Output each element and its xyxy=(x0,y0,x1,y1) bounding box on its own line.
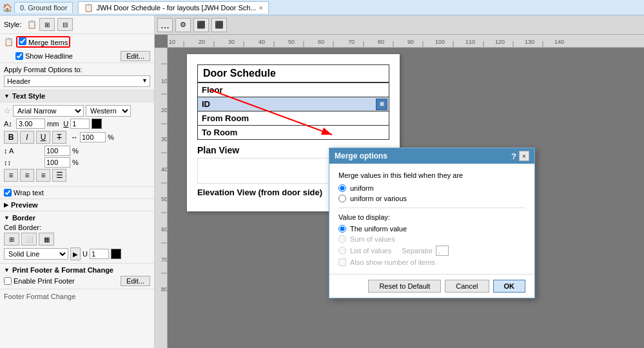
enable-print-footer-label[interactable]: Enable Print Footer xyxy=(4,277,75,285)
ok-btn[interactable]: OK xyxy=(493,280,526,293)
pct-spacing-label: % xyxy=(72,159,79,166)
radio-uniform[interactable] xyxy=(338,184,346,192)
footer-edit-btn[interactable]: Edit... xyxy=(121,276,150,286)
dialog-help-btn[interactable]: ? xyxy=(511,151,516,161)
radio-sum[interactable] xyxy=(338,235,346,243)
svg-text:120: 120 xyxy=(495,39,505,45)
border-outer-btn[interactable]: ⬜ xyxy=(21,233,37,246)
svg-text:30: 30 xyxy=(161,136,168,142)
scale-v-input[interactable] xyxy=(44,146,70,156)
underline-spinner[interactable] xyxy=(70,119,90,129)
scale-h-input[interactable] xyxy=(80,132,106,142)
border-underline-label: U xyxy=(83,250,88,258)
svg-text:80: 80 xyxy=(161,286,168,293)
size-icon: A↕ xyxy=(4,120,14,128)
radio-uniform-label: uniform xyxy=(350,184,374,192)
font-size-input[interactable] xyxy=(16,119,45,129)
table-row-from: From Room xyxy=(198,111,389,126)
svg-text:50: 50 xyxy=(288,39,295,45)
layout-btn2[interactable]: ⬛ xyxy=(211,18,227,32)
svg-text:10: 10 xyxy=(161,78,168,84)
font-name-select[interactable]: Arial Narrow xyxy=(13,105,84,117)
merge-icon: 📋 xyxy=(4,37,14,46)
tab-close-btn[interactable]: × xyxy=(259,4,263,12)
dialog-close-btn[interactable]: × xyxy=(519,151,529,161)
separator-input[interactable] xyxy=(436,246,449,256)
value-display-title: Value to display: xyxy=(338,213,525,221)
justify-btn[interactable]: ☰ xyxy=(52,169,66,182)
canvas-area: 10 20 30 40 50 60 70 80 xyxy=(155,35,644,348)
border-all-btn[interactable]: ▦ xyxy=(39,233,54,246)
show-headline-checkbox[interactable] xyxy=(15,52,23,60)
grid-view-btn[interactable]: ⊞ xyxy=(39,18,55,31)
wrap-text-label[interactable]: Wrap text xyxy=(4,189,44,197)
headline-edit-btn[interactable]: Edit... xyxy=(121,51,150,61)
cancel-btn[interactable]: Cancel xyxy=(445,280,489,293)
underline-btn[interactable]: U xyxy=(36,131,50,144)
schedule-table: Floor ID ⊞ From Room xyxy=(197,82,389,140)
cell-border-label: Cell Border: xyxy=(4,224,150,231)
merge-items-label[interactable]: Merge Items xyxy=(16,36,70,48)
layout-btn1[interactable]: ⬛ xyxy=(193,18,209,32)
more-options-btn[interactable]: ... xyxy=(157,18,173,32)
wrap-text-checkbox[interactable] xyxy=(4,189,12,197)
svg-text:60: 60 xyxy=(161,226,168,233)
scale-h-icon: ↔ xyxy=(71,133,78,141)
strikethrough-btn[interactable]: T xyxy=(52,131,66,144)
also-show-checkbox[interactable] xyxy=(338,258,346,266)
align-left-btn[interactable]: ≡ xyxy=(4,169,18,182)
radio-list[interactable] xyxy=(338,247,346,255)
scale-v-icon: ↕ A xyxy=(4,147,43,155)
dialog-title-bar: Merge options ? × xyxy=(329,148,534,164)
scale-spacing-input[interactable] xyxy=(44,157,70,168)
svg-text:20: 20 xyxy=(161,107,168,113)
text-style-header[interactable]: ▼ Text Style xyxy=(0,90,154,102)
scale-spacing-row: ↕↕ % xyxy=(4,157,150,168)
merge-items-checkbox[interactable] xyxy=(19,37,26,45)
preview-header[interactable]: ▶ Preview xyxy=(4,201,150,209)
schedule-tab[interactable]: 📋 JWH Door Schedule - for layouts [JWH D… xyxy=(78,1,269,14)
border-arrow-btn[interactable]: ▶ xyxy=(70,247,81,260)
dialog-title-icons: ? × xyxy=(511,151,529,161)
bold-btn[interactable]: B xyxy=(4,131,18,144)
canvas-toolbar: ... ⚙ ⬛ ⬛ xyxy=(155,15,644,35)
svg-text:10: 10 xyxy=(169,39,175,45)
size-row: A↕ mm U xyxy=(4,119,150,129)
svg-text:20: 20 xyxy=(199,39,205,45)
enable-print-footer-checkbox[interactable] xyxy=(4,277,12,285)
border-inner-btn[interactable]: ⊞ xyxy=(4,233,19,246)
align-right-btn[interactable]: ≡ xyxy=(36,169,50,182)
floor-tab[interactable]: 0. Ground floor xyxy=(14,2,73,13)
star-icon: ☆ xyxy=(4,106,11,115)
show-headline-label[interactable]: Show Headline xyxy=(15,52,73,60)
radio-uniform-or-various[interactable] xyxy=(338,195,346,202)
pct-label: % xyxy=(108,133,114,141)
align-center-btn[interactable]: ≡ xyxy=(20,169,34,182)
border-color-picker[interactable] xyxy=(111,249,121,259)
svg-text:90: 90 xyxy=(407,39,414,45)
font-region-select[interactable]: Western xyxy=(86,105,131,117)
reset-default-btn[interactable]: Reset to Default xyxy=(368,280,441,293)
border-line-select[interactable]: Solid Line xyxy=(4,248,68,260)
border-buttons: ⊞ ⬜ ▦ xyxy=(4,233,150,246)
svg-text:40: 40 xyxy=(161,166,168,173)
svg-text:130: 130 xyxy=(525,39,534,45)
apply-format-section: Apply Format Options to: Header Body Foo… xyxy=(0,63,154,90)
footer-section-header[interactable]: ▼ Print Footer & Format Change xyxy=(4,266,150,274)
underline-label: U xyxy=(63,120,68,128)
ruler-canvas-row: 10 20 30 40 50 60 70 80 xyxy=(155,48,644,348)
apply-format-dropdown[interactable]: Header Body Footer xyxy=(4,75,150,87)
headline-row: Show Headline Edit... xyxy=(0,50,154,63)
settings-btn[interactable]: ⚙ xyxy=(175,18,191,32)
border-width-input[interactable] xyxy=(90,249,109,259)
radio-uniform-value[interactable] xyxy=(338,225,346,233)
style-label: Style: xyxy=(4,21,22,28)
color-picker[interactable] xyxy=(92,119,102,129)
cell-action-icon[interactable]: ⊞ xyxy=(376,99,387,110)
floor-icon: 🏠 xyxy=(3,3,12,12)
door-schedule-title: Door Schedule xyxy=(197,64,389,82)
list-view-btn[interactable]: ⊟ xyxy=(57,18,73,31)
table-row: Floor xyxy=(198,83,389,97)
also-show-row: Also show number of items xyxy=(338,258,525,266)
italic-btn[interactable]: I xyxy=(20,131,34,144)
